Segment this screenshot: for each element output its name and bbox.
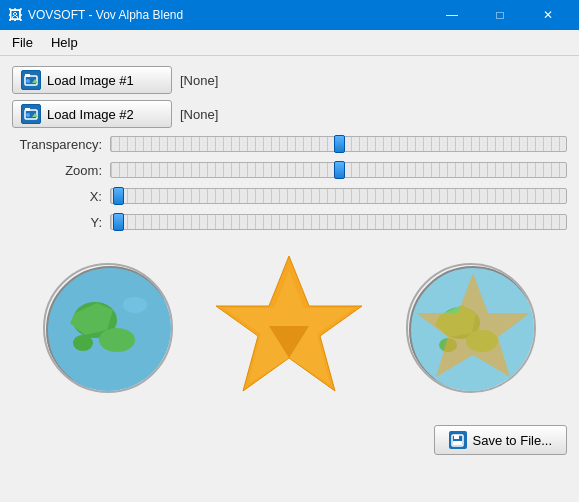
load-image-1-row: Load Image #1 [None]	[12, 66, 567, 94]
menu-bar: File Help	[0, 30, 579, 56]
svg-point-2	[26, 79, 30, 83]
x-slider-container	[110, 186, 567, 206]
save-icon	[449, 431, 467, 449]
transparency-label: Transparency:	[12, 137, 102, 152]
title-bar-controls: — □ ✕	[429, 0, 571, 30]
save-to-file-button[interactable]: Save to File...	[434, 425, 567, 455]
svg-point-13	[73, 335, 93, 351]
svg-point-14	[123, 297, 147, 313]
load-image-1-label: Load Image #1	[47, 73, 134, 88]
svg-rect-5	[25, 108, 30, 111]
star-image	[214, 246, 364, 409]
menu-item-help[interactable]: Help	[43, 32, 86, 53]
load-image-2-label: Load Image #2	[47, 107, 134, 122]
y-row: Y:	[12, 212, 567, 232]
image-1-status: [None]	[180, 73, 218, 88]
y-label: Y:	[12, 215, 102, 230]
image-1-preview	[43, 263, 173, 393]
controls-area: Load Image #1 [None] Load Image #2 [None…	[12, 66, 567, 232]
svg-point-6	[26, 113, 30, 117]
save-button-area: Save to File...	[0, 419, 579, 461]
svg-rect-26	[454, 435, 459, 439]
image-2-status: [None]	[180, 107, 218, 122]
svg-rect-27	[453, 441, 462, 445]
zoom-row: Zoom:	[12, 160, 567, 180]
app-icon: 🖼	[8, 7, 22, 23]
image-2-preview	[406, 263, 536, 393]
title-bar-text: VOVSOFT - Vov Alpha Blend	[28, 8, 183, 22]
load-image-2-icon	[21, 104, 41, 124]
close-button[interactable]: ✕	[525, 0, 571, 30]
load-image-1-button[interactable]: Load Image #1	[12, 66, 172, 94]
load-image-1-icon	[21, 70, 41, 90]
x-row: X:	[12, 186, 567, 206]
load-image-2-row: Load Image #2 [None]	[12, 100, 567, 128]
svg-point-12	[99, 328, 135, 352]
save-to-file-label: Save to File...	[473, 433, 552, 448]
svg-rect-1	[25, 74, 30, 77]
menu-item-file[interactable]: File	[4, 32, 41, 53]
y-slider-container	[110, 212, 567, 232]
maximize-button[interactable]: □	[477, 0, 523, 30]
transparency-row: Transparency:	[12, 134, 567, 154]
title-bar: 🖼 VOVSOFT - Vov Alpha Blend — □ ✕	[0, 0, 579, 30]
images-area	[12, 246, 567, 409]
zoom-label: Zoom:	[12, 163, 102, 178]
main-content: Load Image #1 [None] Load Image #2 [None…	[0, 56, 579, 419]
zoom-slider-container	[110, 160, 567, 180]
load-image-2-button[interactable]: Load Image #2	[12, 100, 172, 128]
x-label: X:	[12, 189, 102, 204]
minimize-button[interactable]: —	[429, 0, 475, 30]
transparency-slider-container	[110, 134, 567, 154]
